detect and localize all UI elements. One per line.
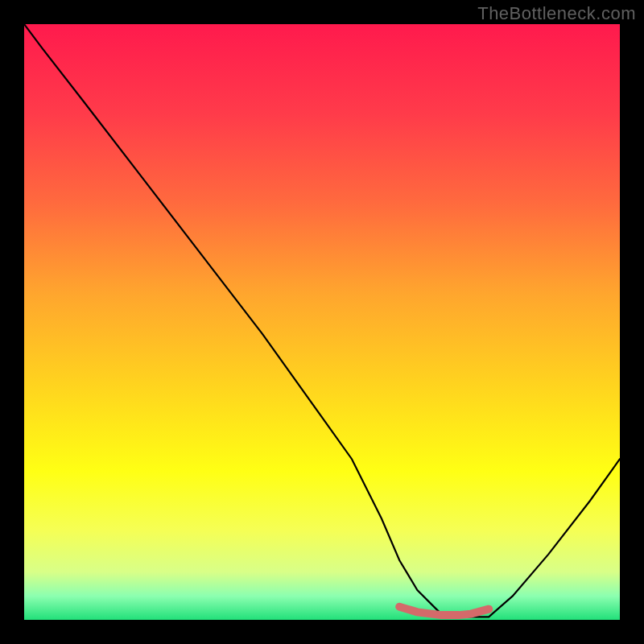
gradient-background (24, 24, 620, 620)
chart-frame: TheBottleneck.com (0, 0, 644, 644)
plot-area (24, 24, 620, 620)
chart-svg (24, 24, 620, 620)
watermark-text: TheBottleneck.com (477, 3, 636, 24)
